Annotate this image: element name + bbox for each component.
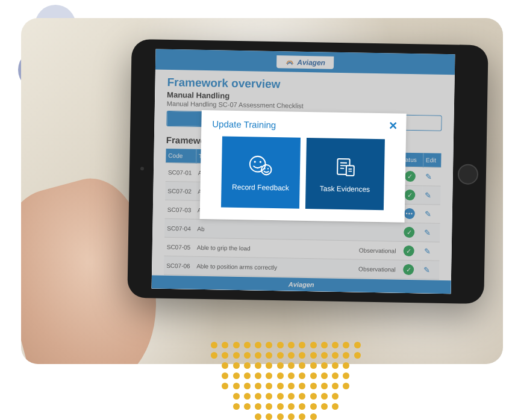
cell-status: ✓ — [401, 241, 422, 261]
cell-type: Observational — [356, 241, 401, 260]
photo-background: Aviagen Framework overview Manual Handli… — [21, 18, 503, 364]
svg-point-0 — [250, 156, 266, 172]
pencil-icon: ✎ — [425, 191, 431, 200]
modal-card-row: Record Feedback Task Evidences — [211, 136, 395, 210]
pencil-icon: ✎ — [425, 209, 431, 218]
cell-task: Able to position arms correctly — [194, 256, 357, 278]
check-icon: ✓ — [404, 190, 415, 200]
pencil-icon: ✎ — [425, 172, 432, 181]
check-icon: ✓ — [403, 264, 414, 275]
cell-code: SC07-01 — [166, 162, 196, 182]
record-feedback-button[interactable]: Record Feedback — [221, 137, 301, 209]
col-edit: Edit — [423, 153, 441, 167]
svg-rect-10 — [346, 165, 354, 176]
svg-point-5 — [267, 168, 269, 169]
check-icon: ✓ — [404, 246, 414, 256]
tablet-camera — [140, 167, 144, 170]
update-training-modal: ✕ Update Training — [200, 110, 407, 223]
check-icon: ✓ — [404, 227, 414, 238]
cell-code: SC07-03 — [165, 200, 196, 219]
pencil-icon: ✎ — [424, 247, 431, 256]
card-label: Task Evidences — [320, 184, 370, 193]
brand-logo-chip: Aviagen — [276, 55, 334, 69]
smiley-icon — [248, 153, 275, 178]
cell-code: SC07-04 — [164, 218, 195, 238]
col-code: Code — [166, 149, 196, 163]
cell-edit[interactable]: ✎ — [422, 223, 440, 242]
decorative-dot-grid — [211, 342, 361, 420]
tablet-screen: Aviagen Framework overview Manual Handli… — [152, 49, 455, 294]
cell-code: SC07-02 — [165, 181, 196, 200]
document-icon — [332, 155, 359, 179]
svg-point-2 — [260, 161, 261, 162]
close-icon[interactable]: ✕ — [389, 119, 398, 132]
cell-edit[interactable]: ✎ — [422, 205, 441, 224]
cell-edit[interactable]: ✎ — [423, 167, 442, 187]
check-icon: ✓ — [405, 171, 416, 182]
pencil-icon: ✎ — [423, 265, 430, 274]
tablet-device: Aviagen Framework overview Manual Handli… — [127, 39, 488, 304]
cell-task: Able to grip the load — [195, 238, 357, 259]
cell-type: Observational — [356, 259, 401, 279]
brand-name: Aviagen — [297, 58, 325, 67]
cell-status: ✓ — [401, 223, 422, 242]
cell-status: ✓ — [401, 260, 422, 279]
brand-bird-icon — [285, 57, 295, 67]
modal-title: Update Training — [212, 119, 395, 132]
more-icon: ••• — [404, 208, 415, 219]
cell-edit[interactable]: ✎ — [422, 186, 441, 205]
bottom-brand-name: Aviagen — [289, 280, 314, 288]
tablet-home-button[interactable] — [458, 164, 479, 185]
cell-task: Ab — [195, 219, 357, 241]
pencil-icon: ✎ — [424, 228, 431, 237]
cell-code: SC07-06 — [164, 256, 195, 275]
cell-edit[interactable]: ✎ — [421, 242, 440, 261]
task-evidences-button[interactable]: Task Evidences — [305, 138, 385, 210]
card-label: Record Feedback — [232, 183, 289, 193]
cell-type — [357, 222, 402, 241]
cell-edit[interactable]: ✎ — [421, 261, 440, 280]
cell-code: SC07-05 — [164, 237, 195, 256]
svg-point-1 — [254, 161, 256, 162]
